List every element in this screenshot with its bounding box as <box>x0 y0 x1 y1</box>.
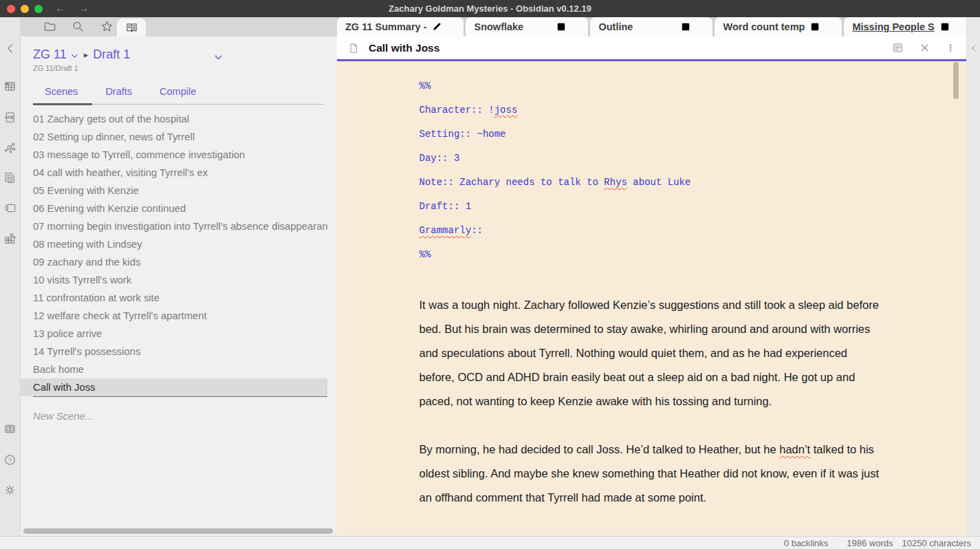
scene-item[interactable]: 06 Evening with Kenzie continued <box>21 200 327 217</box>
draft-title[interactable]: Draft 1 <box>93 47 130 62</box>
collapse-left-sidebar-icon[interactable] <box>3 42 17 55</box>
settings-icon[interactable] <box>3 484 17 497</box>
longform-tab-compile[interactable]: Compile <box>160 86 196 97</box>
sliding-panes-icon[interactable] <box>3 202 17 215</box>
scene-list-divider <box>33 396 327 397</box>
backlinks-count: 0 backlinks <box>784 538 828 548</box>
scene-item[interactable]: 10 visits Tyrrell's work <box>21 271 327 289</box>
project-header: ZG 11 ▸ Draft 1 <box>33 47 325 62</box>
longform-tab-active[interactable] <box>117 19 146 36</box>
editor-tab-title: Outline <box>598 21 675 32</box>
new-scene-button[interactable]: New Scene... <box>33 411 337 422</box>
more-options-button[interactable] <box>946 42 955 54</box>
frontmatter-line: Grammarly:: <box>420 219 884 243</box>
scene-item[interactable]: 11 confrontation at work site <box>21 289 327 307</box>
project-chevron-down-icon[interactable] <box>70 52 79 61</box>
status-bar: 0 backlinks 1986 words 10250 characters <box>0 536 980 549</box>
pane-header: Call with Joss <box>337 36 966 59</box>
scene-item[interactable]: 08 meeting with Lindsey <box>21 235 327 253</box>
misspelled-word: hadn’t <box>779 443 810 455</box>
longform-tab-drafts[interactable]: Drafts <box>105 86 132 97</box>
titlebar: ← → Zachary Goldman Mysteries - Obsidian… <box>0 0 980 17</box>
horizontal-scrollbar[interactable] <box>23 528 333 534</box>
edit-icon[interactable] <box>431 21 442 32</box>
frontmatter-line: Note:: Zachary needs to talk to Rhys abo… <box>420 171 884 195</box>
editor-tab[interactable]: Snowflake <box>466 17 588 36</box>
project-path: ZG 11/Draft 1 <box>33 64 325 72</box>
copy-note-icon[interactable] <box>3 171 17 184</box>
reading-view-icon[interactable] <box>556 21 567 32</box>
editor-tab[interactable]: Outline <box>590 17 712 36</box>
longform-panel: ZG 11 ▸ Draft 1 ZG 11/Draft 1 ScenesDraf… <box>21 36 337 536</box>
scene-item[interactable]: 01 Zachary gets out of the hospital <box>21 110 327 128</box>
reading-view-icon[interactable] <box>809 21 820 32</box>
svg-text:?: ? <box>8 457 12 464</box>
longform-tab-scenes[interactable]: Scenes <box>45 86 78 97</box>
editor-tab-bar: ZG 11 Summary -SnowflakeOutlineWord coun… <box>337 17 966 36</box>
misspelled-word: Rhys <box>604 177 627 188</box>
paragraph: It was a tough night. Zachary followed K… <box>420 293 884 413</box>
frontmatter-line: Draft:: 1 <box>420 195 884 219</box>
editor-pane: Call with Joss %%Character:: !jossSettin… <box>337 36 966 536</box>
files-tab-folder-icon[interactable] <box>43 20 56 33</box>
editor-tab-title: Word count temp <box>723 21 805 32</box>
expand-right-sidebar-icon[interactable] <box>969 43 979 53</box>
longform-tab-underline <box>33 104 323 105</box>
scene-item[interactable]: 02 Setting up dinner, news of Tyrrell <box>21 128 327 146</box>
scene-item[interactable]: Call with Joss <box>21 378 327 396</box>
document-body: %%Character:: !jossSetting:: ~homeDay:: … <box>420 61 884 510</box>
table-icon[interactable] <box>3 80 17 93</box>
close-tab-icon[interactable] <box>825 21 836 32</box>
editor-tab[interactable]: Word count temp <box>715 17 842 36</box>
scene-item[interactable]: 04 call with heather, visiting Tyrrell's… <box>21 164 327 182</box>
vertical-scrollbar[interactable] <box>953 62 959 99</box>
longform-tabs: ScenesDraftsCompile <box>45 86 337 104</box>
presentation-icon[interactable] <box>3 422 17 435</box>
editor-tab[interactable]: ZG 11 Summary - <box>337 17 464 36</box>
misspelled-word: Grammarly <box>420 225 472 236</box>
left-sidebar: ZG 11 ▸ Draft 1 ZG 11/Draft 1 ScenesDraf… <box>21 17 337 536</box>
scene-list: 01 Zachary gets out of the hospital02 Se… <box>21 110 337 397</box>
editor-tab[interactable]: Missing People S <box>844 17 966 36</box>
frontmatter-line: %% <box>420 243 884 267</box>
document-icon <box>348 43 359 54</box>
breadcrumb-arrow: ▸ <box>84 50 89 60</box>
journal-icon[interactable] <box>3 111 17 124</box>
longform-book-icon <box>125 21 138 34</box>
draft-select-chevron-down-icon[interactable] <box>213 52 224 63</box>
workspace-tab-bar <box>21 17 337 36</box>
close-tab-icon[interactable] <box>955 21 966 32</box>
window-title: Zachary Goldman Mysteries - Obsidian v0.… <box>0 0 980 17</box>
frontmatter-line: Setting:: ~home <box>420 122 884 147</box>
frontmatter-line: Character:: !joss <box>420 98 884 122</box>
close-tab-icon[interactable] <box>696 21 707 32</box>
word-count: 1986 words <box>847 538 893 548</box>
note-title: Call with Joss <box>369 42 877 54</box>
scene-item[interactable]: 07 morning begin investigation into Tyrr… <box>21 217 327 235</box>
search-tab-icon[interactable] <box>72 20 85 33</box>
scene-item[interactable]: 12 welfare check at Tyrrell's apartment <box>21 307 327 325</box>
reading-view-icon[interactable] <box>939 21 950 32</box>
frontmatter-line: %% <box>420 74 884 98</box>
help-icon[interactable]: ? <box>3 453 17 466</box>
scene-item[interactable]: Back home <box>21 360 327 378</box>
misspelled-word: joss <box>494 105 518 116</box>
starred-tab-icon[interactable] <box>100 20 113 33</box>
editor-content[interactable]: %%Character:: !jossSetting:: ~homeDay:: … <box>337 61 966 536</box>
scene-item[interactable]: 09 zachary and the kids <box>21 253 327 271</box>
close-tab-icon[interactable] <box>447 21 458 32</box>
blocks-icon[interactable] <box>3 231 17 244</box>
scene-item[interactable]: 13 police arrive <box>21 325 327 343</box>
reading-view-icon[interactable] <box>680 21 691 32</box>
paragraph: By morning, he had decided to call Joss.… <box>420 438 884 510</box>
editor-tab-title: ZG 11 Summary - <box>345 21 426 32</box>
close-tab-icon[interactable] <box>571 21 582 32</box>
scene-item[interactable]: 14 Tyrrell's possessions <box>21 343 327 360</box>
project-title[interactable]: ZG 11 <box>33 47 67 62</box>
close-pane-button[interactable] <box>919 42 930 54</box>
graph-icon[interactable] <box>3 141 17 154</box>
scene-item[interactable]: 03 message to Tyrrell, commence investig… <box>21 146 327 164</box>
reading-view-button[interactable] <box>892 42 904 54</box>
character-count: 10250 characters <box>902 538 971 548</box>
scene-item[interactable]: 05 Evening with Kenzie <box>21 182 327 200</box>
